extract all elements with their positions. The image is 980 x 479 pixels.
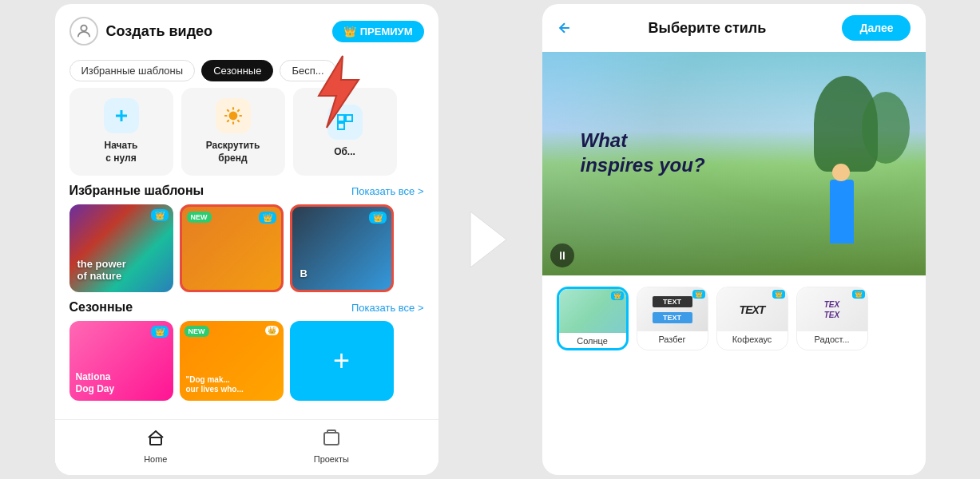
svg-rect-14 xyxy=(346,115,352,121)
video-preview: What inspires you? ⏸ xyxy=(542,52,926,275)
avatar-icon[interactable] xyxy=(69,17,98,46)
featured-show-all[interactable]: Показать все > xyxy=(351,185,424,197)
right-header: Выберите стиль Далее xyxy=(542,4,926,52)
svg-rect-17 xyxy=(324,433,339,445)
left-scroll-content: Начатьс нуля xyxy=(55,88,438,419)
pause-icon: ⏸ xyxy=(557,249,568,262)
third-icon xyxy=(327,105,363,140)
style-sun[interactable]: 👑 Солнце xyxy=(557,287,629,350)
nature-text: the powerof nature xyxy=(77,258,126,283)
svg-line-10 xyxy=(237,121,239,122)
bottom-nav: Home Проекты xyxy=(55,419,438,475)
seasonal-section-header: Сезонные Показать все > xyxy=(69,300,424,315)
svg-line-11 xyxy=(227,121,228,122)
qa-boost-brand[interactable]: Раскрутитьбренд xyxy=(181,88,285,176)
left-panel-wrapper: Создать видео 👑 ПРЕМИУМ Избранные шаблон… xyxy=(55,4,438,475)
left-panel: Создать видео 👑 ПРЕМИУМ Избранные шаблон… xyxy=(55,4,438,475)
qa-zero-label: Начатьс нуля xyxy=(105,140,138,164)
joy-label: Радост... xyxy=(814,335,849,344)
home-icon xyxy=(146,428,165,452)
qa-brand-label: Раскрутитьбренд xyxy=(206,140,260,164)
style-razber-preview: 👑 TEXT TEXT xyxy=(637,287,708,331)
qa-third[interactable]: Об... xyxy=(293,88,397,176)
page-title: Создать видео xyxy=(106,23,213,40)
chevron-right-icon xyxy=(462,204,518,275)
premium-label: ПРЕМИУМ xyxy=(360,26,413,38)
projects-icon xyxy=(322,428,341,452)
back-button[interactable] xyxy=(557,20,573,36)
nav-projects-label: Проекты xyxy=(314,454,349,464)
right-panel: Выберите стиль Далее What inspires you? … xyxy=(542,4,926,475)
coffee-label: Кофехаус xyxy=(732,335,772,344)
svg-rect-16 xyxy=(150,437,161,445)
svg-point-4 xyxy=(228,112,237,121)
style-razber[interactable]: 👑 TEXT TEXT Разбег xyxy=(637,287,708,350)
svg-line-12 xyxy=(237,110,239,112)
style-joy[interactable]: 👑 TEX TEX Радост... xyxy=(796,287,868,350)
crown-badge-national: 👑 xyxy=(151,326,169,338)
razber-label: Разбег xyxy=(658,335,685,344)
nav-home[interactable]: Home xyxy=(144,428,167,464)
seasonal-plus[interactable]: + xyxy=(290,321,394,401)
video-overlay-text: What inspires you? xyxy=(581,128,705,177)
arrow-container xyxy=(462,204,518,275)
tab-free[interactable]: Бесп... xyxy=(280,60,335,81)
dog-text: "Dog mak...our lives who... xyxy=(186,375,244,394)
crown-badge-third: 👑 xyxy=(369,212,387,224)
new-badge-food: NEW xyxy=(187,212,212,223)
plus-icon xyxy=(104,98,139,133)
qa-start-from-zero[interactable]: Начатьс нуля xyxy=(69,88,173,176)
styles-section: 👑 Солнце 👑 TEXT TEXT Разбег 👑 xyxy=(542,275,926,475)
video-background: What inspires you? xyxy=(542,52,926,275)
seasonal-title: Сезонные xyxy=(69,300,133,315)
style-coffee-preview: 👑 TEXT xyxy=(717,287,788,331)
style-coffee[interactable]: 👑 TEXT Кофехаус xyxy=(716,287,788,350)
svg-point-1 xyxy=(81,26,86,31)
sun-crown-badge: 👑 xyxy=(611,291,624,300)
seasonal-show-all[interactable]: Показать все > xyxy=(351,302,424,314)
joy-crown-badge: 👑 xyxy=(852,290,865,299)
coffee-crown-badge: 👑 xyxy=(772,290,785,299)
templates-row: 👑 the powerof nature NEW 👑 👑 B xyxy=(69,204,424,292)
seasonal-row: 👑 NationaDog Day NEW 👑 "Dog mak...our li… xyxy=(69,321,424,401)
brand-icon xyxy=(216,98,251,133)
main-container: Создать видео 👑 ПРЕМИУМ Избранные шаблон… xyxy=(39,0,942,479)
crown-icon: 👑 xyxy=(343,26,356,38)
seasonal-dog[interactable]: NEW 👑 "Dog mak...our lives who... xyxy=(180,321,284,401)
premium-button[interactable]: 👑 ПРЕМИУМ xyxy=(332,21,424,42)
svg-rect-15 xyxy=(338,123,344,129)
crown-badge-food: 👑 xyxy=(259,212,276,224)
quick-actions-row: Начатьс нуля xyxy=(69,88,424,176)
next-button[interactable]: Далее xyxy=(842,15,911,41)
tab-featured[interactable]: Избранные шаблоны xyxy=(69,60,196,81)
seasonal-national[interactable]: 👑 NationaDog Day xyxy=(69,321,173,401)
plus-icon-seasonal: + xyxy=(333,344,350,378)
styles-row: 👑 Солнце 👑 TEXT TEXT Разбег 👑 xyxy=(557,287,911,350)
new-badge-dog: NEW xyxy=(184,326,209,337)
tab-seasonal[interactable]: Сезонные xyxy=(201,60,273,81)
qa-third-label: Об... xyxy=(334,146,355,159)
template-nature[interactable]: 👑 the powerof nature xyxy=(69,204,173,292)
sun-label: Солнце xyxy=(577,336,608,346)
left-header: Создать видео 👑 ПРЕМИУМ xyxy=(55,4,438,53)
left-header-left: Создать видео xyxy=(69,17,213,46)
nav-home-label: Home xyxy=(144,454,167,464)
nav-projects[interactable]: Проекты xyxy=(314,428,349,464)
template-food[interactable]: NEW 👑 xyxy=(180,204,284,292)
right-panel-title: Выберите стиль xyxy=(649,20,767,37)
featured-title: Избранные шаблоны xyxy=(69,184,204,198)
razber-crown-badge: 👑 xyxy=(692,290,705,299)
tabs-row: Избранные шаблоны Сезонные Бесп... xyxy=(55,53,438,88)
svg-rect-13 xyxy=(338,115,344,121)
crown-badge-nature: 👑 xyxy=(151,209,169,221)
template-third[interactable]: 👑 B xyxy=(290,204,394,292)
style-sun-preview: 👑 xyxy=(559,289,626,333)
svg-line-9 xyxy=(227,110,228,112)
national-text: NationaDog Day xyxy=(76,371,115,394)
play-pause-button[interactable]: ⏸ xyxy=(550,243,574,267)
style-joy-preview: 👑 TEX TEX xyxy=(797,287,867,331)
third-text: B xyxy=(300,267,307,280)
svg-marker-18 xyxy=(470,212,506,267)
crown-badge-dog: 👑 xyxy=(265,326,279,335)
featured-section-header: Избранные шаблоны Показать все > xyxy=(69,184,424,198)
